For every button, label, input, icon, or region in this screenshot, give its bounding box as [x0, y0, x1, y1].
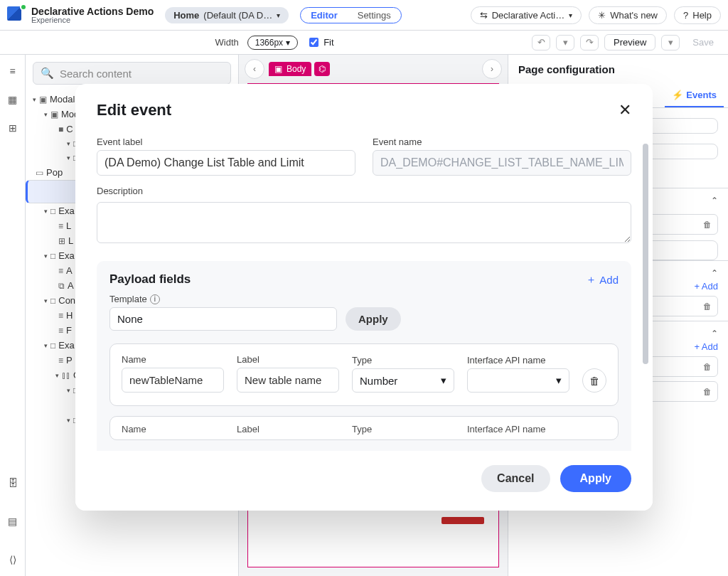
col-name-label: Name — [122, 354, 224, 365]
chevron-down-icon: ▾ — [556, 374, 562, 387]
field-name-input[interactable] — [122, 368, 224, 393]
description-label: Description — [97, 186, 631, 196]
modal-overlay: Edit event ✕ Event label Event name Desc… — [0, 0, 728, 576]
apply-button[interactable]: Apply — [560, 465, 631, 492]
payload-fields-title: Payload fields — [109, 272, 191, 287]
col-type-label: Type — [352, 355, 454, 366]
event-name-label: Event name — [373, 137, 631, 147]
event-name-input — [373, 150, 631, 176]
add-payload-field[interactable]: ＋ Add — [586, 273, 619, 287]
field-api-select[interactable]: ▾ — [467, 368, 569, 393]
cancel-button[interactable]: Cancel — [481, 465, 550, 492]
template-label: Template — [109, 294, 147, 304]
col-label-label: Label — [237, 354, 339, 365]
info-icon[interactable]: i — [150, 294, 160, 304]
modal-footer: Cancel Apply — [75, 451, 653, 511]
delete-field-button[interactable]: 🗑 — [582, 368, 606, 393]
payload-fields-card: Payload fields ＋ Add Template i None — [97, 261, 631, 451]
payload-field-row: Name Label Type Number ▾ — [109, 343, 619, 406]
edit-event-modal: Edit event ✕ Event label Event name Desc… — [75, 84, 653, 511]
field-type-select[interactable]: Number ▾ — [352, 368, 454, 393]
col-api-label: Interface API name — [467, 355, 569, 366]
event-label-label: Event label — [97, 137, 355, 147]
template-select[interactable]: None — [109, 307, 337, 331]
scrollbar-thumb[interactable] — [643, 144, 648, 364]
chevron-down-icon: ▾ — [441, 374, 446, 387]
description-textarea[interactable] — [97, 202, 631, 243]
template-apply-button[interactable]: Apply — [346, 307, 401, 331]
close-icon[interactable]: ✕ — [619, 101, 631, 119]
event-label-input[interactable] — [97, 150, 355, 176]
modal-title: Edit event — [97, 101, 171, 119]
plus-icon: ＋ — [586, 273, 596, 287]
field-label-input[interactable] — [237, 368, 339, 393]
payload-field-row: Name Label Type Interface API name — [109, 416, 619, 440]
